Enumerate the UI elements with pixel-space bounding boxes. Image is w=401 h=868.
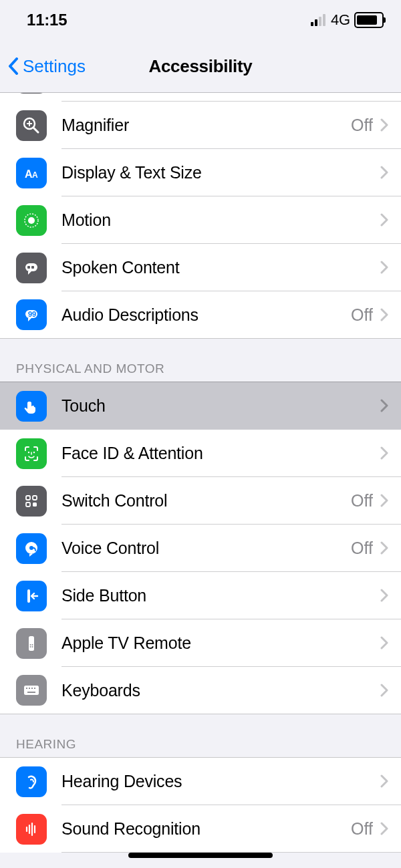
audio-descriptions-icon: 99	[16, 299, 47, 330]
row-label: Keyboards	[61, 681, 380, 700]
row-side-button[interactable]: Side Button	[0, 572, 401, 619]
row-audio-descriptions[interactable]: 99 Audio DescriptionsOff	[0, 291, 401, 339]
chevron-right-icon	[380, 118, 389, 132]
row-value: Off	[351, 116, 373, 135]
sound-recognition-icon	[16, 814, 47, 845]
row-label: Display & Text Size	[61, 163, 380, 182]
magnifier-icon	[16, 110, 47, 141]
svg-rect-35	[34, 688, 35, 689]
svg-text:A: A	[32, 170, 38, 180]
back-label: Settings	[23, 56, 86, 77]
chevron-right-icon	[380, 166, 389, 179]
group-header-hearing: Hearing	[0, 714, 401, 757]
svg-point-15	[28, 451, 29, 452]
row-value: Off	[351, 305, 373, 325]
keyboards-icon	[16, 675, 47, 706]
chevron-left-icon	[7, 55, 20, 77]
row-label: Side Button	[61, 586, 380, 605]
chevron-right-icon	[380, 261, 389, 274]
cellular-signal-icon	[311, 14, 325, 26]
back-button[interactable]: Settings	[7, 55, 86, 77]
row-keyboards[interactable]: Keyboards	[0, 667, 401, 714]
chevron-right-icon	[380, 446, 389, 460]
row-value: Off	[351, 539, 373, 558]
network-type: 4G	[331, 11, 350, 29]
svg-rect-26	[29, 636, 34, 651]
svg-line-3	[33, 128, 38, 132]
group-header-physical: Physical and Motor	[0, 339, 401, 382]
svg-text:99: 99	[28, 310, 36, 318]
home-indicator[interactable]	[128, 853, 273, 858]
svg-rect-11	[27, 266, 30, 269]
chevron-right-icon	[380, 589, 389, 602]
row-label: Magnifier	[61, 116, 351, 135]
svg-point-28	[32, 644, 33, 645]
chevron-right-icon	[380, 636, 389, 649]
row-face-id[interactable]: Face ID & Attention	[0, 430, 401, 477]
chevron-right-icon	[380, 399, 389, 412]
row-label: Audio Descriptions	[61, 305, 351, 325]
side-button-icon	[16, 581, 47, 611]
status-right: 4G	[311, 11, 384, 29]
spoken-content-icon	[16, 253, 47, 283]
text-size-icon: AA	[16, 158, 47, 188]
row-motion[interactable]: Motion	[0, 196, 401, 244]
row-touch[interactable]: Touch	[0, 382, 401, 430]
row-value: Off	[351, 819, 373, 839]
chevron-right-icon	[380, 774, 389, 788]
svg-rect-20	[26, 502, 30, 507]
status-bar: 11:15 4G	[0, 0, 401, 40]
row-label: Switch Control	[61, 491, 351, 511]
chevron-right-icon	[380, 541, 389, 555]
row-hearing-devices[interactable]: Hearing Devices	[0, 757, 401, 805]
zoom-icon	[16, 93, 47, 94]
chevron-right-icon	[380, 822, 389, 835]
nav-bar: Settings Accessibility	[0, 40, 401, 93]
row-sound-recognition[interactable]: Sound RecognitionOff	[0, 805, 401, 853]
svg-rect-19	[33, 496, 37, 500]
row-magnifier[interactable]: MagnifierOff	[0, 102, 401, 149]
svg-rect-36	[27, 692, 35, 693]
row-label: Voice Control	[61, 539, 351, 558]
svg-point-16	[33, 451, 35, 452]
row-zoom[interactable]: Zoom	[0, 93, 401, 102]
svg-rect-18	[26, 496, 30, 500]
svg-rect-21	[33, 502, 37, 507]
chevron-right-icon	[380, 308, 389, 321]
svg-rect-12	[31, 266, 34, 269]
chevron-right-icon	[380, 213, 389, 227]
row-label: Sound Recognition	[61, 819, 351, 839]
row-label: Face ID & Attention	[61, 444, 380, 463]
row-label: Hearing Devices	[61, 772, 380, 791]
row-value: Off	[351, 491, 373, 511]
svg-point-9	[28, 217, 35, 224]
svg-rect-34	[31, 688, 33, 689]
battery-icon	[354, 12, 384, 28]
voice-control-icon	[16, 533, 47, 564]
row-label: Spoken Content	[61, 258, 380, 277]
svg-rect-24	[27, 589, 30, 603]
apple-tv-remote-icon	[16, 628, 47, 659]
status-time: 11:15	[27, 11, 67, 29]
face-id-icon	[16, 438, 47, 469]
svg-rect-31	[24, 686, 39, 695]
touch-icon	[16, 391, 47, 422]
chevron-right-icon	[380, 494, 389, 507]
svg-point-23	[29, 546, 33, 550]
row-display-text-size[interactable]: AA Display & Text Size	[0, 149, 401, 196]
row-label: Touch	[61, 396, 380, 416]
row-switch-control[interactable]: Switch ControlOff	[0, 477, 401, 525]
chevron-right-icon	[380, 684, 389, 697]
row-voice-control[interactable]: Voice ControlOff	[0, 525, 401, 572]
svg-point-30	[32, 646, 33, 647]
row-label: Apple TV Remote	[61, 633, 380, 653]
svg-point-27	[30, 644, 31, 645]
switch-control-icon	[16, 486, 47, 517]
svg-rect-32	[26, 688, 27, 689]
svg-rect-33	[29, 688, 30, 689]
motion-icon	[16, 205, 47, 236]
row-spoken-content[interactable]: Spoken Content	[0, 244, 401, 291]
settings-list[interactable]: Zoom MagnifierOff AA Display & Text Size…	[0, 93, 401, 867]
row-apple-tv-remote[interactable]: Apple TV Remote	[0, 619, 401, 667]
row-label: Motion	[61, 210, 380, 230]
